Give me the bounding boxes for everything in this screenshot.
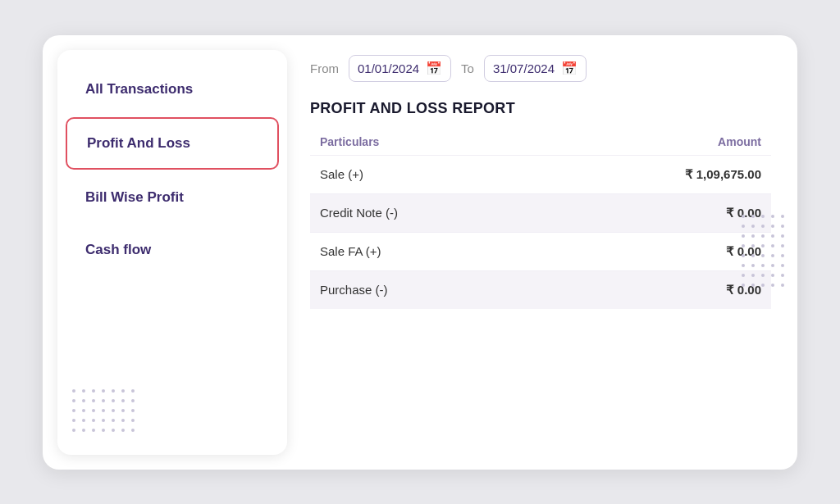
row-particular: Sale (+) [310, 155, 542, 193]
col-particulars: Particulars [310, 129, 542, 155]
table-row: Purchase (-) ₹ 0.00 [310, 270, 771, 309]
table-row: Credit Note (-) ₹ 0.00 [310, 193, 771, 232]
col-amount: Amount [542, 129, 771, 155]
row-amount: ₹ 0.00 [542, 232, 771, 270]
dot-pattern-right [742, 215, 788, 290]
content-area: From 01/01/2024 📅 To 31/07/2024 📅 PROFIT… [287, 35, 797, 470]
to-calendar-icon[interactable]: 📅 [561, 61, 578, 76]
from-date-value: 01/01/2024 [358, 61, 419, 75]
sidebar-item-cash-flow[interactable]: Cash flow [66, 225, 279, 275]
row-amount: ₹ 0.00 [542, 193, 771, 232]
row-amount: ₹ 1,09,675.00 [542, 155, 771, 193]
from-date-input[interactable]: 01/01/2024 📅 [349, 55, 451, 82]
from-label: From [310, 61, 339, 75]
row-particular: Credit Note (-) [310, 193, 542, 232]
to-label: To [461, 61, 474, 75]
dot-pattern-sidebar [72, 389, 138, 435]
from-calendar-icon[interactable]: 📅 [426, 61, 442, 76]
date-row: From 01/01/2024 📅 To 31/07/2024 📅 [310, 55, 771, 82]
main-card: All Transactions Profit And Loss Bill Wi… [43, 35, 797, 470]
sidebar: All Transactions Profit And Loss Bill Wi… [57, 50, 287, 455]
report-title: PROFIT AND LOSS REPORT [310, 100, 771, 117]
sidebar-item-bill-wise-profit[interactable]: Bill Wise Profit [66, 173, 279, 222]
table-row: Sale FA (+) ₹ 0.00 [310, 232, 771, 270]
row-particular: Purchase (-) [310, 270, 542, 309]
row-amount: ₹ 0.00 [542, 270, 771, 309]
profit-loss-table: Particulars Amount Sale (+) ₹ 1,09,675.0… [310, 129, 771, 309]
sidebar-item-all-transactions[interactable]: All Transactions [66, 65, 279, 114]
to-date-value: 31/07/2024 [493, 61, 555, 75]
to-date-input[interactable]: 31/07/2024 📅 [484, 55, 587, 82]
row-particular: Sale FA (+) [310, 232, 542, 270]
table-row: Sale (+) ₹ 1,09,675.00 [310, 155, 771, 193]
sidebar-item-profit-and-loss[interactable]: Profit And Loss [66, 117, 279, 170]
